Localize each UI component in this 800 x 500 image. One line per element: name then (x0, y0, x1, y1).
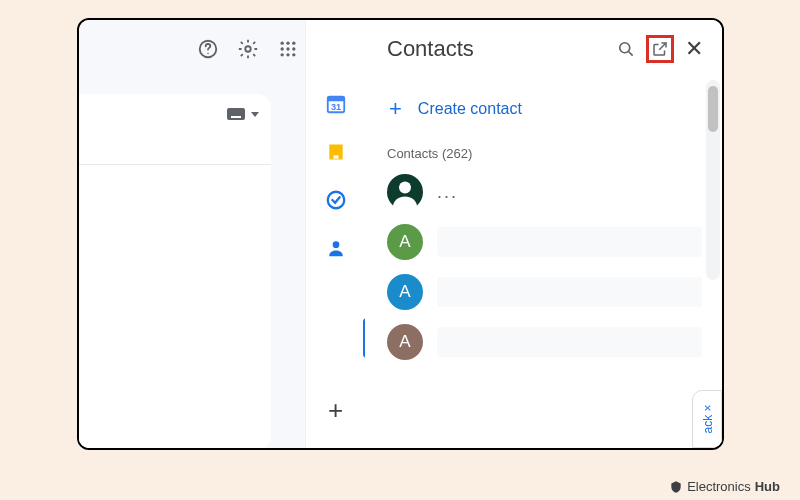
calendar-icon[interactable]: 31 (324, 92, 348, 116)
svg-point-17 (332, 241, 339, 248)
keyboard-icon[interactable] (227, 108, 245, 120)
tasks-icon[interactable] (324, 188, 348, 212)
svg-point-8 (292, 47, 295, 50)
side-rail: 31 + (305, 20, 365, 448)
svg-point-20 (399, 182, 411, 194)
feedback-tab[interactable]: ack × (692, 390, 722, 448)
svg-line-19 (629, 52, 633, 56)
svg-point-3 (281, 42, 284, 45)
contacts-count-label: Contacts (262) (387, 146, 722, 161)
svg-point-7 (286, 47, 289, 50)
svg-point-9 (281, 53, 284, 56)
contact-avatar: A (387, 224, 423, 260)
settings-gear-icon[interactable] (237, 38, 259, 60)
open-in-new-icon[interactable] (646, 35, 674, 63)
svg-point-2 (245, 46, 251, 52)
contact-name (437, 227, 702, 257)
contact-avatar (387, 174, 423, 210)
create-contact-button[interactable]: + Create contact (389, 96, 722, 122)
keep-icon[interactable] (324, 140, 348, 164)
contact-avatar: A (387, 324, 423, 360)
calendar-day-text: 31 (330, 102, 340, 112)
svg-point-1 (207, 53, 208, 54)
create-contact-label: Create contact (418, 100, 522, 118)
svg-point-18 (620, 43, 630, 53)
svg-point-4 (286, 42, 289, 45)
divider (77, 164, 271, 165)
contact-row[interactable]: A (387, 317, 722, 367)
svg-point-5 (292, 42, 295, 45)
watermark-logo: Electronics Hub (669, 479, 780, 494)
contact-avatar: A (387, 274, 423, 310)
panel-title: Contacts (387, 36, 606, 62)
svg-rect-15 (333, 155, 338, 158)
svg-point-11 (292, 53, 295, 56)
contact-name: ... (437, 182, 458, 203)
scrollbar-thumb[interactable] (708, 86, 718, 132)
add-addon-button[interactable]: + (328, 395, 343, 426)
svg-point-10 (286, 53, 289, 56)
chevron-down-icon[interactable] (251, 112, 259, 117)
contact-row[interactable]: ... (387, 167, 722, 217)
contact-name (437, 277, 702, 307)
scrollbar-track (706, 80, 720, 280)
contacts-icon[interactable] (324, 236, 348, 260)
contacts-panel: Contacts ✕ + Create contact Contacts (26… (365, 20, 722, 448)
apps-grid-icon[interactable] (277, 38, 299, 60)
svg-rect-13 (327, 97, 344, 102)
close-icon[interactable]: ✕ (680, 35, 708, 63)
help-icon[interactable] (197, 38, 219, 60)
contact-name (437, 327, 702, 357)
contact-row[interactable]: A (387, 267, 722, 317)
contact-row[interactable]: A (387, 217, 722, 267)
svg-point-6 (281, 47, 284, 50)
search-icon[interactable] (612, 35, 640, 63)
plus-icon: + (389, 96, 402, 122)
compose-card (77, 94, 271, 450)
